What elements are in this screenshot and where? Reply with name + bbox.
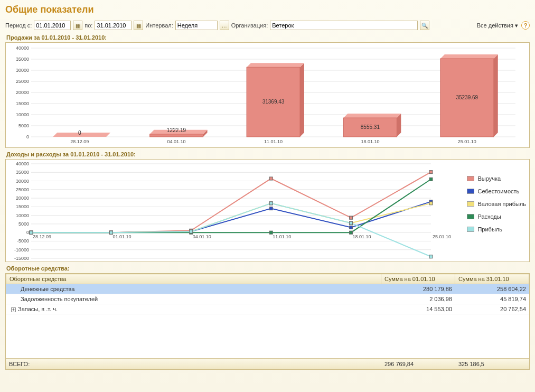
sales-chart-title: Продажи за 01.01.2010 - 31.01.2010: [6, 34, 530, 41]
legend-swatch [467, 227, 474, 232]
svg-text:0: 0 [26, 230, 29, 235]
row-name: Денежные средства [21, 286, 74, 292]
svg-rect-99 [190, 230, 193, 233]
row-value: 20 762,54 [455, 304, 529, 314]
toolbar: Период с: ▦ по: ▦ Интервал: … Организаци… [5, 21, 530, 30]
calendar-icon[interactable]: ▦ [134, 21, 143, 30]
table-footer-value: 296 769,84 [381, 359, 455, 370]
row-value: 14 553,00 [381, 304, 455, 314]
svg-text:04.01.10: 04.01.10 [193, 234, 211, 239]
svg-text:0: 0 [78, 130, 81, 136]
svg-text:01.01.10: 01.01.10 [112, 234, 131, 239]
svg-rect-96 [429, 178, 433, 181]
svg-text:10000: 10000 [16, 112, 29, 117]
svg-text:40000: 40000 [16, 45, 29, 51]
legend-item: Расходы [467, 213, 526, 220]
expand-icon[interactable]: + [11, 307, 16, 312]
table-footer-label: ВСЕГО: [6, 359, 381, 370]
svg-text:11.01.10: 11.01.10 [273, 234, 291, 239]
svg-text:30000: 30000 [16, 179, 29, 184]
svg-rect-101 [350, 221, 353, 225]
svg-text:40000: 40000 [16, 161, 29, 166]
svg-text:-15000: -15000 [14, 256, 29, 261]
table-footer-value: 325 186,5 [455, 359, 529, 370]
svg-text:35000: 35000 [16, 170, 29, 175]
svg-marker-29 [247, 63, 304, 67]
svg-rect-77 [350, 216, 353, 219]
svg-rect-102 [429, 255, 433, 258]
svg-rect-90 [429, 202, 433, 205]
legend-item: Себестоимость [467, 188, 526, 194]
svg-text:5000: 5000 [18, 221, 29, 227]
search-icon[interactable]: 🔍 [420, 21, 429, 30]
svg-text:25.01.10: 25.01.10 [433, 234, 451, 239]
legend-label: Прибыль [477, 226, 502, 232]
interval-label: Интервал: [145, 22, 173, 29]
period-to-label: по: [85, 22, 92, 29]
svg-text:35000: 35000 [16, 57, 29, 62]
svg-rect-78 [429, 171, 433, 174]
legend-item: Прибыль [467, 226, 526, 232]
period-to-input[interactable] [95, 21, 132, 30]
table-row[interactable]: +Запасы, в .т. ч.14 553,0020 762,54 [6, 304, 529, 314]
legend-label: Себестоимость [477, 188, 519, 194]
svg-text:5000: 5000 [18, 123, 29, 128]
calendar-icon[interactable]: ▦ [73, 21, 82, 30]
row-value: 280 179,86 [381, 284, 455, 294]
table-header[interactable]: Сумма на 31.01.10 [455, 274, 529, 284]
org-label: Организация: [231, 22, 268, 29]
svg-text:35239.69: 35239.69 [456, 95, 478, 100]
sales-bar-chart: 0500010000150002000025000300003500040000… [5, 42, 530, 148]
svg-rect-82 [269, 207, 273, 210]
svg-rect-100 [269, 202, 273, 205]
all-actions-label: Все действия [477, 22, 513, 29]
svg-marker-38 [494, 54, 498, 137]
svg-text:11.01.10: 11.01.10 [264, 139, 283, 144]
assets-table: Оборотные средства Сумма на 01.01.10 Сум… [5, 273, 530, 370]
period-from-input[interactable] [34, 21, 71, 30]
svg-text:0: 0 [26, 134, 29, 139]
legend-label: Валовая прибыль [477, 201, 526, 207]
svg-rect-97 [30, 231, 33, 234]
svg-text:1222.19: 1222.19 [167, 127, 186, 133]
row-value: 2 036,98 [381, 294, 455, 304]
legend-label: Выручка [477, 175, 501, 182]
svg-text:25000: 25000 [16, 79, 29, 84]
interval-input[interactable] [175, 21, 218, 30]
svg-rect-95 [350, 231, 353, 234]
incexp-chart-title: Доходы и расходы за 01.01.2010 - 31.01.2… [6, 151, 530, 157]
table-header[interactable]: Сумма на 01.01.10 [381, 274, 455, 284]
svg-text:25.01.10: 25.01.10 [458, 139, 476, 144]
row-value: 45 819,74 [455, 294, 529, 304]
legend-swatch [467, 214, 474, 219]
svg-text:18.01.10: 18.01.10 [361, 139, 379, 144]
svg-text:25000: 25000 [16, 187, 29, 192]
svg-marker-34 [343, 114, 401, 118]
chart-legend: ВыручкаСебестоимостьВаловая прибыльРасхо… [467, 169, 526, 239]
svg-text:31369.43: 31369.43 [262, 99, 285, 105]
assets-table-title: Оборотные средства: [6, 265, 530, 272]
svg-marker-28 [300, 63, 304, 137]
row-name: Задолженность покупателей [21, 296, 98, 302]
interval-picker-icon[interactable]: … [220, 21, 229, 30]
all-actions-menu[interactable]: Все действия ▾ [477, 22, 518, 29]
svg-text:30000: 30000 [16, 68, 29, 73]
svg-text:18.01.10: 18.01.10 [353, 234, 371, 239]
svg-text:15000: 15000 [16, 204, 29, 209]
svg-rect-98 [109, 231, 112, 234]
svg-text:-10000: -10000 [14, 247, 29, 253]
table-row[interactable]: Денежные средства280 179,86258 604,22 [6, 284, 529, 294]
help-icon[interactable]: ? [521, 21, 530, 30]
table-header[interactable]: Оборотные средства [6, 274, 381, 284]
legend-swatch [467, 201, 474, 207]
svg-text:04.01.10: 04.01.10 [167, 139, 186, 144]
svg-text:-5000: -5000 [17, 238, 29, 244]
legend-item: Валовая прибыль [467, 201, 526, 207]
svg-rect-25 [150, 134, 203, 137]
svg-text:20000: 20000 [16, 195, 29, 201]
svg-text:8555.31: 8555.31 [361, 124, 380, 130]
svg-text:28.12.09: 28.12.09 [33, 234, 51, 239]
org-input[interactable] [270, 21, 418, 30]
table-row[interactable]: Задолженность покупателей2 036,9845 819,… [6, 294, 529, 304]
svg-text:15000: 15000 [16, 101, 29, 106]
